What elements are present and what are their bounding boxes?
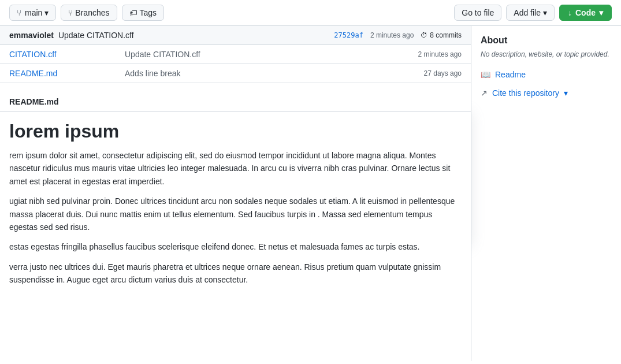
sidebar: About No description, website, or topic … <box>471 26 621 361</box>
add-file-button[interactable]: Add file ▾ <box>506 5 555 21</box>
table-row: README.md Adds line break 27 days ago <box>0 64 471 83</box>
content-area: emmaviolet Update CITATION.cff 27529af 2… <box>0 26 471 361</box>
file-time-citation: 2 minutes ago <box>418 50 462 58</box>
main-layout: emmaviolet Update CITATION.cff 27529af 2… <box>0 26 621 361</box>
tags-button[interactable]: 🏷 Tags <box>122 5 165 21</box>
commit-author[interactable]: emmaviolet <box>9 31 54 40</box>
branch-icon: ⑂ <box>17 8 21 17</box>
sidebar-title: About <box>481 35 612 46</box>
commit-time: 2 minutes ago <box>370 31 414 39</box>
branch-label: main <box>25 8 42 17</box>
commit-hash[interactable]: 27529af <box>334 31 363 39</box>
readme-para-2: ugiat nibh sed pulvinar proin. Donec ult… <box>9 195 462 233</box>
commits-link[interactable]: ⏱ 8 commits <box>421 31 462 39</box>
branches-button[interactable]: ⑂ Branches <box>61 5 117 21</box>
code-chevron-icon: ▾ <box>599 8 603 17</box>
tags-icon: 🏷 <box>129 8 137 17</box>
commit-meta: 27529af 2 minutes ago ⏱ 8 commits <box>334 31 462 39</box>
file-name-readme[interactable]: README.md <box>9 69 125 78</box>
commit-row: emmaviolet Update CITATION.cff 27529af 2… <box>0 26 471 45</box>
readme-para-4: verra justo nec ultrices dui. Eget mauri… <box>9 261 462 287</box>
file-desc-readme: Adds line break <box>125 69 424 78</box>
commit-message: Update CITATION.cff <box>58 31 134 40</box>
toolbar: ⑂ main ▾ ⑂ Branches 🏷 Tags Go to file Ad… <box>0 0 621 26</box>
readme-area: README.md lorem ipsum rem ipsum dolor si… <box>0 83 471 303</box>
file-list: CITATION.cff Update CITATION.cff 2 minut… <box>0 45 471 83</box>
file-desc-citation: Update CITATION.cff <box>125 50 418 59</box>
sidebar-item-cite[interactable]: ↗ Cite this repository ▾ <box>481 86 612 100</box>
branch-chevron-icon: ▾ <box>44 8 49 17</box>
cite-popup: Cite this repository If you use this sof… <box>471 107 471 243</box>
readme-para-1: rem ipsum dolor sit amet, consectetur ad… <box>9 149 462 188</box>
cite-icon: ↗ <box>481 88 488 98</box>
branch-selector[interactable]: ⑂ main ▾ <box>9 5 56 21</box>
cite-chevron-icon: ▾ <box>564 88 568 98</box>
file-name-citation[interactable]: CITATION.cff <box>9 50 125 59</box>
readme-filename: README.md <box>0 92 471 112</box>
book-icon: 📖 <box>481 70 490 79</box>
table-row: CITATION.cff Update CITATION.cff 2 minut… <box>0 45 471 64</box>
clock-icon: ⏱ <box>421 31 427 39</box>
sidebar-item-readme[interactable]: 📖 Readme <box>481 68 612 81</box>
branches-icon: ⑂ <box>68 8 73 17</box>
add-file-chevron-icon: ▾ <box>543 8 547 17</box>
sidebar-description: No description, website, or topic provid… <box>481 50 612 58</box>
go-to-file-button[interactable]: Go to file <box>454 5 501 21</box>
file-time-readme: 27 days ago <box>424 69 462 77</box>
code-button[interactable]: ↓ Code ▾ <box>559 5 612 21</box>
download-icon: ↓ <box>568 8 572 17</box>
readme-para-3: estas egestas fringilla phasellus faucib… <box>9 240 462 253</box>
readme-heading: lorem ipsum <box>9 121 462 142</box>
commit-info: emmaviolet Update CITATION.cff <box>9 31 134 40</box>
